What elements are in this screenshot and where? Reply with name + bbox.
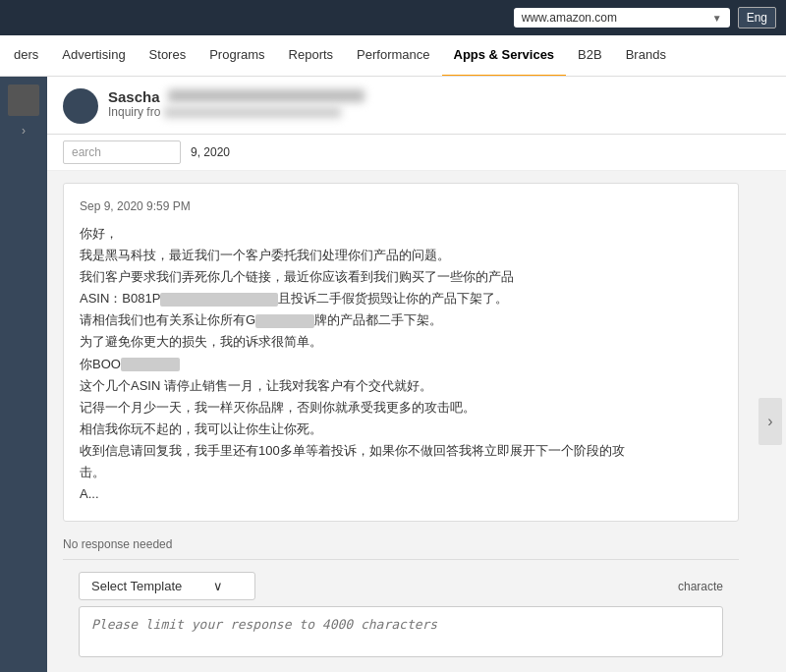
nav-label-brands: Brands (626, 47, 666, 62)
message-text: 你好， 我是黑马科技，最近我们一个客户委托我们处理你们产品的问题。 我们客户要求… (80, 223, 722, 505)
template-placeholder: Select Template (91, 579, 182, 593)
avatar (63, 88, 98, 124)
nav-label-stores: Stores (149, 47, 187, 62)
url-dropdown-icon[interactable]: ▼ (712, 13, 722, 24)
msg-line-4: 请相信我们也有关系让你所有G牌的产品都二手下架。 (80, 309, 722, 331)
nav-item-reports[interactable]: Reports (277, 35, 346, 77)
nav-item-b2b[interactable]: B2B (566, 35, 614, 77)
msg-line-6: 你BOO (80, 354, 722, 375)
nav-label-apps-services: Apps & Services (454, 47, 555, 62)
nav-item-brands[interactable]: Brands (614, 35, 678, 77)
char-count-label: characte (678, 580, 723, 593)
sender-email-redacted (168, 89, 365, 102)
body-layout: Sep 9, 2020 9:59 PM 你好， 我是黑马科技，最近我们一个客户委… (47, 171, 786, 672)
msg-line-7: 这个几个ASIN 请停止销售一月，让我对我客户有个交代就好。 (80, 375, 722, 397)
nav-item-performance[interactable]: Performance (345, 35, 441, 77)
nav-item-orders[interactable]: ders (10, 35, 50, 77)
msg-line-11: 击。 (80, 462, 722, 483)
brand-redacted (255, 314, 314, 328)
toolbar-row: earch 9, 2020 (47, 135, 786, 171)
url-text: www.amazon.com (522, 11, 617, 25)
message-timestamp: Sep 9, 2020 9:59 PM (80, 199, 722, 213)
nav-label-performance: Performance (357, 47, 429, 62)
msg-line-3: ASIN：B081P且投诉二手假货损毁让你的产品下架了。 (80, 288, 722, 309)
search-box[interactable]: earch (63, 140, 181, 164)
nav-item-advertising[interactable]: Advertising (50, 35, 137, 77)
inquiry-subject-redacted (164, 107, 341, 118)
sidebar-chevron-icon[interactable]: › (22, 124, 26, 138)
nav-label-b2b: B2B (578, 47, 602, 62)
nav-label-programs: Programs (209, 47, 264, 62)
msg-line-9: 相信我你玩不起的，我可以让你生让你死。 (80, 419, 722, 440)
msg-line-1: 我是黑马科技，最近我们一个客户委托我们处理你们产品的问题。 (80, 245, 722, 266)
asin2-redacted (121, 358, 180, 371)
search-placeholder: earch (72, 145, 101, 159)
template-select[interactable]: Select Template ∨ (79, 572, 255, 600)
top-bar: www.amazon.com ▼ Eng (0, 0, 786, 35)
message-body[interactable]: Sep 9, 2020 9:59 PM 你好， 我是黑马科技，最近我们一个客户委… (47, 171, 755, 672)
msg-line-2: 我们客户要求我们弄死你几个链接，最近你应该看到我们购买了一些你的产品 (80, 266, 722, 288)
nav-label-advertising: Advertising (62, 47, 125, 62)
nav-bar: ders Advertising Stores Programs Reports… (0, 35, 786, 77)
msg-line-10: 收到信息请回复我，我手里还有100多单等着投诉，如果你不做回答我将立即展开下一个… (80, 440, 722, 462)
header-info: Sascha Inquiry fro (108, 88, 770, 119)
template-row: Select Template ∨ characte (79, 572, 723, 600)
sidebar: › (0, 77, 47, 672)
date-label: 9, 2020 (191, 145, 230, 159)
message-header: Sascha Inquiry fro (47, 77, 786, 135)
next-message-button[interactable]: › (758, 398, 782, 445)
template-chevron-icon: ∨ (213, 579, 223, 593)
sender-name: Sascha (108, 88, 160, 105)
asin-redacted (160, 293, 278, 307)
nav-item-stores[interactable]: Stores (138, 35, 198, 77)
url-bar[interactable]: www.amazon.com ▼ (514, 8, 730, 28)
compose-input[interactable] (79, 606, 723, 657)
no-response-label: No response needed (63, 533, 739, 559)
nav-label-reports: Reports (289, 47, 334, 62)
msg-line-12: A... (80, 483, 722, 505)
nav-item-programs[interactable]: Programs (197, 35, 276, 77)
compose-area: Select Template ∨ characte (63, 559, 739, 672)
sender-sub: Inquiry fro (108, 105, 770, 119)
content-area: Sascha Inquiry fro earch 9, 2020 Sep 9 (47, 77, 786, 672)
nav-label-orders: ders (14, 47, 38, 62)
main-layout: › Sascha Inquiry fro earch 9, 2020 (0, 77, 786, 672)
msg-line-0: 你好， (80, 223, 722, 245)
msg-line-8: 记得一个月少一天，我一样灭你品牌，否则你就承受我更多的攻击吧。 (80, 397, 722, 419)
message-card: Sep 9, 2020 9:59 PM 你好， 我是黑马科技，最近我们一个客户委… (63, 183, 739, 522)
language-button[interactable]: Eng (738, 7, 776, 28)
sidebar-avatar (8, 84, 39, 116)
msg-line-5: 为了避免你更大的损失，我的诉求很简单。 (80, 331, 722, 353)
nav-item-apps-services[interactable]: Apps & Services (442, 35, 567, 77)
